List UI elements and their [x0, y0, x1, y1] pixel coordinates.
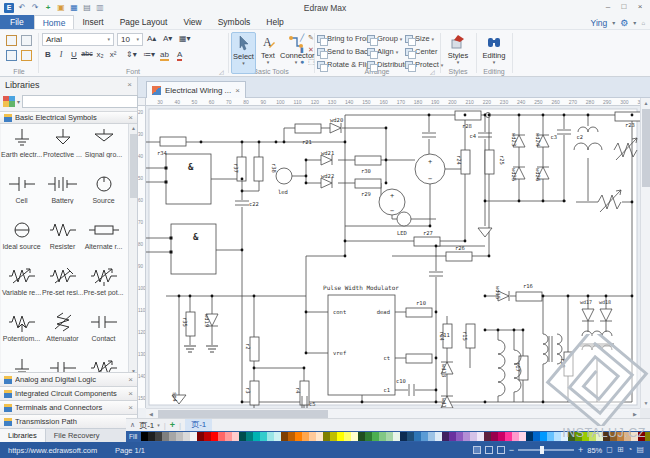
arrange-protect-button[interactable]: Protect▾	[405, 59, 443, 70]
library-symbol[interactable]: Attenuator	[42, 308, 83, 354]
brush-icon[interactable]	[21, 35, 32, 46]
color-swatch[interactable]	[260, 432, 267, 441]
normal-view-icon[interactable]	[473, 446, 481, 454]
close-section-icon[interactable]: ×	[128, 403, 133, 412]
color-swatch[interactable]	[442, 432, 449, 441]
color-swatch[interactable]	[414, 432, 421, 441]
select-tool-button[interactable]: Select▾	[231, 32, 256, 74]
page-view-icon[interactable]	[485, 446, 493, 454]
color-swatch[interactable]	[484, 432, 491, 441]
font-color-icon[interactable]: A	[177, 50, 182, 61]
color-swatch[interactable]	[505, 432, 512, 441]
library-symbol[interactable]: Resister	[42, 216, 83, 262]
close-section-icon[interactable]: ×	[128, 113, 133, 122]
color-swatch[interactable]	[421, 432, 428, 441]
color-swatch[interactable]	[393, 432, 400, 441]
color-swatch[interactable]	[190, 432, 197, 441]
library-symbol[interactable]: Signal gro...	[83, 124, 124, 170]
text-style-icon[interactable]: ▦▾	[179, 34, 191, 43]
sidebar-scrollbar[interactable]: ▲ ▼	[128, 124, 137, 376]
scroll-down-icon[interactable]: ▼	[641, 398, 650, 408]
menu-tab-insert[interactable]: Insert	[74, 15, 111, 29]
color-swatch[interactable]	[477, 432, 484, 441]
color-swatch[interactable]	[358, 432, 365, 441]
color-swatch[interactable]	[617, 432, 624, 441]
format-bold-button[interactable]: B	[42, 50, 54, 59]
crop-icon[interactable]: ⬚	[308, 58, 315, 66]
color-swatch[interactable]	[645, 432, 650, 441]
styles-button[interactable]: Styles▾	[444, 32, 472, 74]
menu-tab-page-layout[interactable]: Page Layout	[112, 15, 176, 29]
color-swatch[interactable]	[246, 432, 253, 441]
format-superscript-button[interactable]: x²	[107, 50, 119, 59]
color-swatch[interactable]	[470, 432, 477, 441]
full-view-icon[interactable]	[497, 446, 505, 454]
grid-icon[interactable]: ▤	[636, 445, 644, 455]
library-symbol[interactable]: Potentiom...	[1, 308, 42, 354]
close-libraries-icon[interactable]: ×	[127, 80, 132, 89]
zoom-in-button[interactable]: +	[578, 445, 583, 455]
bullet-list-icon[interactable]: ≔▾	[143, 50, 155, 59]
color-swatch[interactable]	[365, 432, 372, 441]
sidebar-tab-libraries[interactable]: Libraries	[0, 429, 46, 442]
fit-page-icon[interactable]: ◻	[606, 445, 613, 455]
color-swatch[interactable]	[204, 432, 211, 441]
zoom-slider[interactable]	[518, 449, 574, 451]
color-swatch[interactable]	[288, 432, 295, 441]
fit-width-icon[interactable]: ⊞	[617, 445, 624, 455]
library-symbol[interactable]: Source	[83, 170, 124, 216]
zoom-level[interactable]: 85%	[587, 446, 602, 455]
color-swatch[interactable]	[218, 432, 225, 441]
paste-icon[interactable]	[21, 50, 32, 61]
color-swatch[interactable]	[561, 432, 568, 441]
color-swatch[interactable]	[463, 432, 470, 441]
scrollbar-thumb[interactable]	[130, 134, 137, 198]
add-page-button[interactable]: +	[170, 420, 175, 430]
page-tab-active[interactable]: 页-1	[185, 419, 212, 431]
library-picker-icon[interactable]	[3, 96, 15, 107]
library-symbol[interactable]: Cell	[1, 170, 42, 216]
color-swatch[interactable]	[519, 432, 526, 441]
collapsed-section-transmission-path[interactable]: Transmission Path×	[0, 414, 137, 428]
color-swatch[interactable]	[372, 432, 379, 441]
grow-font-icon[interactable]: A▴	[147, 34, 156, 43]
color-swatch[interactable]	[323, 432, 330, 441]
color-swatch[interactable]	[232, 432, 239, 441]
editing-button[interactable]: Editing▾	[480, 32, 508, 74]
color-swatch[interactable]	[533, 432, 540, 441]
menu-tab-help[interactable]: Help	[258, 15, 291, 29]
color-swatch[interactable]	[526, 432, 533, 441]
color-swatch[interactable]	[386, 432, 393, 441]
color-swatch[interactable]	[400, 432, 407, 441]
color-swatch[interactable]	[148, 432, 155, 441]
arrange-center-button[interactable]: Center	[405, 46, 438, 57]
format-italic-button[interactable]: I	[55, 50, 67, 59]
arrange-group-button[interactable]: Group▾	[367, 33, 402, 44]
color-swatch[interactable]	[302, 432, 309, 441]
minimize-button[interactable]: –	[600, 0, 616, 14]
color-swatch[interactable]	[309, 432, 316, 441]
color-swatch[interactable]	[351, 432, 358, 441]
cross-icon[interactable]: ✕	[308, 46, 314, 54]
zoom-out-button[interactable]: −	[509, 445, 514, 455]
color-swatch[interactable]	[428, 432, 435, 441]
color-swatch[interactable]	[568, 432, 575, 441]
line-icon[interactable]: ╱	[300, 34, 304, 42]
gear-icon[interactable]: ⚙	[620, 18, 628, 28]
color-swatch[interactable]	[239, 432, 246, 441]
color-swatch[interactable]	[337, 432, 344, 441]
page-selector[interactable]: 页-1 ▾	[139, 420, 160, 431]
color-swatch[interactable]	[253, 432, 260, 441]
maximize-button[interactable]: □	[616, 0, 632, 14]
collapse-pagebar-icon[interactable]: ∧	[130, 421, 135, 429]
color-swatch[interactable]	[596, 432, 603, 441]
close-section-icon[interactable]: ×	[128, 389, 133, 398]
color-swatch[interactable]	[512, 432, 519, 441]
color-swatch[interactable]	[638, 432, 645, 441]
color-swatch[interactable]	[379, 432, 386, 441]
color-swatch[interactable]	[197, 432, 204, 441]
horizontal-scrollbar[interactable]: ◀ ▶	[146, 408, 640, 418]
color-swatch[interactable]	[274, 432, 281, 441]
font-dialog-launcher-icon[interactable]: ◿	[219, 68, 224, 75]
library-symbol[interactable]: Protective ...	[42, 124, 83, 170]
